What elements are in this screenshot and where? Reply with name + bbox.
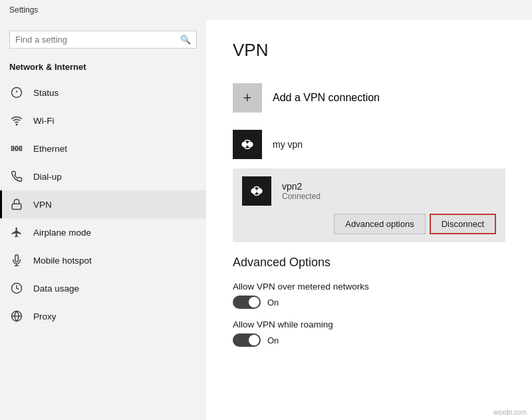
toggle-metered-text: On xyxy=(267,298,279,308)
status-icon xyxy=(9,85,24,100)
option-metered-label: Allow VPN over metered networks xyxy=(233,282,505,292)
sidebar-item-proxy[interactable]: Proxy xyxy=(0,302,206,330)
app-title: Settings xyxy=(9,5,38,15)
sidebar-item-status[interactable]: Status xyxy=(0,79,206,106)
main-content: VPN + Add a VPN connection my v xyxy=(206,20,532,420)
vpn-name-myvpn: my vpn xyxy=(273,139,303,150)
sidebar-item-ethernet[interactable]: Ethernet xyxy=(0,134,206,162)
ethernet-icon xyxy=(9,141,24,156)
hotspot-icon xyxy=(9,253,24,268)
sidebar-item-dialup[interactable]: Dial-up xyxy=(0,162,206,190)
sidebar: 🔍 Network & Internet Status xyxy=(0,20,206,420)
add-vpn-icon: + xyxy=(233,83,262,112)
advanced-options-section: Advanced Options Allow VPN over metered … xyxy=(233,256,505,347)
search-input[interactable] xyxy=(15,35,180,45)
vpn-name-vpn2: vpn2 xyxy=(282,181,321,192)
datausage-icon xyxy=(9,281,24,296)
svg-point-16 xyxy=(247,142,253,148)
vpn-action-buttons: Advanced options Disconnect xyxy=(242,214,496,234)
page-title: VPN xyxy=(233,40,505,61)
sidebar-item-label-dialup: Dial-up xyxy=(33,172,62,182)
sidebar-section-title: Network & Internet xyxy=(0,59,206,79)
svg-rect-9 xyxy=(12,204,21,209)
vpn-item-icon-vpn2 xyxy=(242,176,271,206)
option-roaming: Allow VPN while roaming On xyxy=(233,319,505,347)
toggle-metered[interactable] xyxy=(233,296,261,309)
sidebar-item-label-proxy: Proxy xyxy=(33,312,57,321)
search-box[interactable]: 🔍 xyxy=(9,31,197,49)
sidebar-item-vpn[interactable]: VPN xyxy=(0,190,206,218)
svg-point-15 xyxy=(241,142,247,148)
sidebar-item-wifi[interactable]: Wi-Fi xyxy=(0,106,206,134)
add-vpn-label: Add a VPN connection xyxy=(273,92,380,104)
vpn-status-vpn2: Connected xyxy=(282,192,321,201)
proxy-icon xyxy=(9,309,24,323)
disconnect-button[interactable]: Disconnect xyxy=(430,214,496,234)
sidebar-item-datausage[interactable]: Data usage xyxy=(0,274,206,302)
advanced-options-button[interactable]: Advanced options xyxy=(334,214,425,234)
option-roaming-toggle-row: On xyxy=(233,333,505,347)
dialup-icon xyxy=(9,169,24,184)
add-vpn-item[interactable]: + Add a VPN connection xyxy=(233,77,505,119)
toggle-roaming[interactable] xyxy=(233,333,261,347)
option-roaming-label: Allow VPN while roaming xyxy=(233,319,505,329)
option-metered: Allow VPN over metered networks On xyxy=(233,282,505,309)
sidebar-item-label-airplane: Airplane mode xyxy=(33,228,91,238)
vpn-item-icon-myvpn xyxy=(233,130,262,159)
svg-point-18 xyxy=(257,188,263,194)
sidebar-item-label-vpn: VPN xyxy=(33,200,52,210)
watermark: wsxdn.com xyxy=(493,409,527,416)
toggle-roaming-text: On xyxy=(267,335,279,345)
sidebar-item-label-status: Status xyxy=(33,88,59,98)
wifi-icon xyxy=(9,113,24,128)
vpn-sidebar-icon xyxy=(9,197,24,212)
svg-point-17 xyxy=(251,188,257,194)
svg-rect-5 xyxy=(16,146,18,150)
airplane-icon xyxy=(9,225,24,240)
advanced-options-title: Advanced Options xyxy=(233,256,505,270)
svg-point-3 xyxy=(16,124,17,125)
vpn-item-vpn2-expanded: vpn2 Connected Advanced options Disconne… xyxy=(233,168,505,242)
vpn2-row: vpn2 Connected xyxy=(242,176,496,206)
sidebar-item-airplane[interactable]: Airplane mode xyxy=(0,218,206,246)
sidebar-item-label-wifi: Wi-Fi xyxy=(33,116,54,126)
sidebar-item-label-hotspot: Mobile hotspot xyxy=(33,256,92,266)
sidebar-item-label-ethernet: Ethernet xyxy=(33,144,67,154)
option-metered-toggle-row: On xyxy=(233,296,505,309)
sidebar-item-hotspot[interactable]: Mobile hotspot xyxy=(0,246,206,274)
vpn-list: + Add a VPN connection my vpn xyxy=(233,77,505,242)
vpn-item-myvpn[interactable]: my vpn xyxy=(233,123,505,166)
search-icon: 🔍 xyxy=(180,35,191,45)
sidebar-item-label-datausage: Data usage xyxy=(33,284,79,294)
